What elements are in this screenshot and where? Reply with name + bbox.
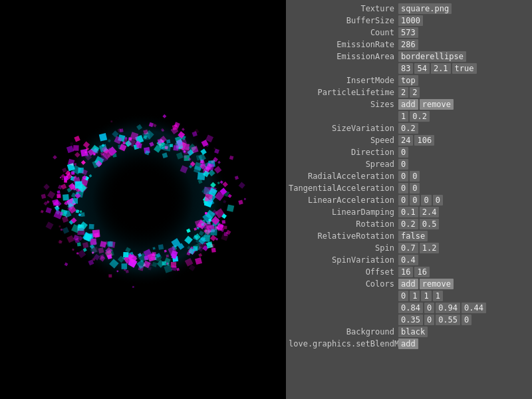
value-chip: true [452, 63, 477, 74]
value-chip: 54 [414, 63, 429, 74]
property-label: Background [289, 327, 398, 336]
value-chip: 1000 [398, 15, 423, 26]
property-label: Spread [289, 159, 398, 169]
property-row: Colorsaddremove [286, 278, 532, 290]
value-chip: 0 [398, 147, 408, 158]
value-chip: 1 [410, 291, 420, 301]
property-row: Texturesquare.png [286, 3, 532, 15]
property-row: Rotation0.20.5 [286, 218, 532, 230]
value-chip: 0 [398, 159, 408, 170]
property-values: 0111 [398, 291, 443, 301]
value-chip: 0.7 [398, 243, 418, 253]
property-values: 0.71.2 [398, 243, 439, 253]
property-row: Sizesaddremove [286, 98, 532, 110]
property-label: EmissionRate [289, 39, 398, 49]
value-chip[interactable]: add [398, 99, 418, 110]
value-chip: 1 [398, 111, 408, 122]
value-chip: 16 [398, 267, 413, 277]
value-chip[interactable]: remove [420, 279, 454, 289]
property-values: square.png [398, 3, 452, 14]
value-chip: 0 [433, 195, 443, 205]
property-label: LinearAcceleration [289, 195, 398, 205]
value-chip: 2.1 [431, 63, 451, 74]
property-values: 10.2 [398, 111, 430, 122]
property-values: 0.12.4 [398, 207, 439, 217]
value-chip: 1.2 [420, 243, 440, 253]
property-row: 0111 [286, 290, 532, 302]
property-label: ParticleLifetime [289, 87, 398, 97]
property-values: 0.4 [398, 255, 418, 265]
property-values: black [398, 327, 428, 337]
property-label: BufferSize [289, 15, 398, 25]
property-row: Speed24106 [286, 134, 532, 146]
property-label: Spin [289, 243, 398, 253]
value-chip: 0.35 [398, 315, 423, 325]
property-values: 0.20.5 [398, 219, 439, 229]
value-chip: black [398, 327, 428, 337]
property-row: 10.2 [286, 110, 532, 122]
property-values: 0.2 [398, 123, 418, 134]
property-values: 0 [398, 159, 408, 170]
property-label [289, 63, 398, 64]
property-label: Rotation [289, 219, 398, 229]
property-row: Spin0.71.2 [286, 242, 532, 254]
value-chip: false [398, 231, 428, 241]
value-chip: 83 [398, 63, 413, 74]
property-row: SizeVariation0.2 [286, 122, 532, 134]
value-chip: borderellipse [398, 51, 466, 62]
property-row: 0.8400.940.44 [286, 302, 532, 314]
property-row: RelativeRotationfalse [286, 230, 532, 242]
property-row: Direction0 [286, 146, 532, 158]
property-values: 00 [398, 183, 420, 194]
property-label: RadialAcceleration [289, 171, 398, 181]
value-chip[interactable]: add [398, 279, 418, 289]
particle-canvas [0, 0, 286, 399]
value-chip: 24 [398, 135, 413, 146]
value-chip[interactable]: add [398, 338, 418, 349]
value-chip: 2.4 [420, 207, 440, 217]
value-chip: 1 [421, 291, 431, 301]
value-chip: 0 [424, 315, 434, 325]
property-row: ParticleLifetime22 [286, 86, 532, 98]
property-row: Count573 [286, 27, 532, 39]
value-chip: 0.2 [398, 219, 418, 229]
value-chip: 0.1 [398, 207, 418, 217]
property-row: love.graphics.setBlendModeadd [286, 338, 532, 350]
property-label: InsertMode [289, 75, 398, 85]
property-values: false [398, 231, 428, 241]
property-row: EmissionAreaborderellipse [286, 51, 532, 63]
value-chip: 1 [433, 291, 443, 301]
property-row: Offset1616 [286, 266, 532, 278]
property-row: InsertModetop [286, 74, 532, 86]
value-chip[interactable]: remove [420, 99, 454, 110]
property-label [289, 315, 398, 315]
property-values: 0000 [398, 195, 443, 205]
value-chip: 0.2 [398, 123, 418, 134]
value-chip: top [398, 75, 418, 86]
property-row: SpinVariation0.4 [286, 254, 532, 266]
property-label [289, 303, 398, 303]
property-row: RadialAcceleration00 [286, 170, 532, 182]
value-chip: 0 [410, 171, 420, 182]
property-label: Sizes [289, 99, 398, 109]
property-row: EmissionRate286 [286, 39, 532, 51]
value-chip: 0 [398, 291, 408, 301]
property-label: Count [289, 27, 398, 37]
property-values: 0.8400.940.44 [398, 303, 486, 313]
value-chip: 573 [398, 27, 418, 38]
property-label [289, 111, 398, 112]
property-label: SizeVariation [289, 123, 398, 133]
property-row: 83542.1true [286, 63, 532, 74]
property-row: LinearDamping0.12.4 [286, 206, 532, 218]
property-values: add [398, 338, 418, 349]
value-chip: 0 [398, 171, 408, 182]
property-label: Colors [289, 279, 398, 289]
property-row: 0.3500.550 [286, 314, 532, 326]
value-chip: 0 [424, 303, 434, 313]
value-chip: 16 [414, 267, 429, 277]
property-row: BufferSize1000 [286, 15, 532, 27]
property-values: 24106 [398, 135, 434, 146]
value-chip: 0 [398, 183, 408, 194]
property-values: addremove [398, 99, 454, 110]
value-chip: 0.94 [436, 303, 460, 313]
